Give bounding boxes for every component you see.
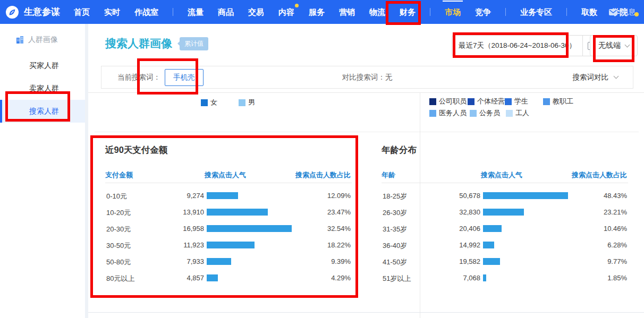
nav-item-业务专区[interactable]: 业务专区: [520, 0, 552, 24]
table-row: 10-20元13,91023.47%: [105, 204, 351, 220]
row-value: 50,678: [433, 192, 480, 200]
page-title: 搜索人群画像: [105, 36, 172, 51]
date-range-picker[interactable]: 最近7天（2018-06-24~2018-06-30） 15: [452, 35, 602, 56]
sidebar-item-买家人群[interactable]: 买家人群: [0, 54, 85, 77]
sidebar-group-crowd-portrait[interactable]: 人群画像: [0, 24, 85, 54]
row-bar: [207, 192, 238, 199]
row-value: 13,910: [156, 208, 204, 216]
row-value: 32,830: [433, 208, 480, 216]
nav-divider: [430, 8, 430, 16]
legend-item-个体经营/[interactable]: 个体经营/: [468, 97, 507, 106]
table-row: 80元以上4,8574.29%: [105, 270, 351, 286]
row-bar: [483, 209, 524, 216]
column-header[interactable]: 年龄: [382, 170, 395, 180]
section-divider: [88, 312, 644, 313]
header-underline: [105, 183, 352, 183]
column-header[interactable]: 搜索点击人气: [481, 170, 522, 180]
row-percent: 18.22%: [327, 241, 351, 249]
row-label: 26-30岁: [383, 208, 407, 218]
nav-divider: [566, 8, 567, 16]
top-nav: 生意参谋 首页实时作战室流量商品交易内容服务营销物流财务市场竞争业务专区取数学院…: [0, 0, 644, 24]
row-percent: 9.77%: [607, 257, 627, 265]
nav-item-商品[interactable]: 商品: [218, 0, 234, 24]
row-bar: [483, 274, 486, 281]
date-range-text: 最近7天（2018-06-24~2018-06-30）: [452, 41, 582, 50]
payment-table-title: 近90天支付金额: [105, 144, 167, 156]
cumulative-value-badge: 累计值: [180, 37, 208, 50]
legend-item-教职工[interactable]: 教职工: [543, 97, 573, 106]
legend-swatch: [505, 98, 512, 105]
legend-item-女[interactable]: 女: [201, 98, 217, 107]
legend-item-男[interactable]: 男: [239, 98, 255, 107]
row-value: 4,857: [156, 274, 204, 282]
row-bar: [207, 209, 268, 216]
row-label: 30-50元: [106, 241, 131, 251]
table-row: 26-30岁32,83023.21%: [382, 204, 627, 220]
column-header[interactable]: 支付金额: [105, 170, 133, 180]
sidebar: 人群画像 买家人群卖家人群搜索人群: [0, 24, 85, 318]
nav-item-作战室[interactable]: 作战室: [134, 0, 158, 24]
row-percent: 23.21%: [604, 208, 627, 216]
legend-item-公务员[interactable]: 公务员: [470, 108, 500, 118]
legend-swatch: [468, 98, 474, 105]
legend-swatch: [429, 98, 436, 105]
legend-item-公司职员[interactable]: 公司职员: [429, 97, 467, 106]
row-label: 50-80元: [106, 257, 131, 267]
brand[interactable]: 生意参谋: [5, 5, 60, 19]
nav-message-label: 消息: [621, 7, 635, 17]
legend-item-医务人员[interactable]: 医务人员: [429, 108, 467, 118]
nav-item-服务[interactable]: 服务: [309, 0, 325, 24]
legend-swatch: [506, 110, 513, 117]
section-divider: [88, 92, 644, 93]
current-keyword-button[interactable]: 手机壳: [165, 69, 204, 86]
nav-item-取数[interactable]: 取数: [581, 0, 597, 24]
message-envelope-icon: [609, 9, 617, 15]
age-table-title: 年龄分布: [382, 144, 417, 156]
terminal-select-value: 无线端: [598, 41, 621, 50]
nav-item-实时[interactable]: 实时: [104, 0, 120, 24]
nav-item-物流[interactable]: 物流: [369, 0, 385, 24]
legend-item-工人[interactable]: 工人: [506, 108, 529, 118]
nav-item-竞争[interactable]: 竞争: [475, 0, 491, 24]
row-value: 11,923: [156, 241, 204, 249]
row-label: 20-30元: [106, 225, 131, 234]
column-header[interactable]: 搜索点击人数占比: [572, 170, 627, 180]
header-underline: [382, 183, 628, 183]
table-row: 20-30元16,95832.54%: [105, 220, 351, 237]
column-header[interactable]: 搜索点击人数占比: [295, 170, 351, 180]
row-bar: [483, 225, 502, 232]
nav-item-交易[interactable]: 交易: [248, 0, 264, 24]
row-value: 20,406: [433, 225, 480, 233]
legend-swatch: [543, 98, 550, 105]
row-label: 41-50岁: [383, 257, 407, 267]
sidebar-item-搜索人群[interactable]: 搜索人群: [0, 100, 85, 123]
sidebar-item-卖家人群[interactable]: 卖家人群: [0, 77, 85, 100]
building-icon: [16, 36, 24, 44]
legend-item-学生[interactable]: 学生: [505, 97, 528, 106]
row-bar: [207, 242, 255, 248]
row-value: 9,274: [156, 192, 204, 200]
nav-items: 首页实时作战室流量商品交易内容服务营销物流财务市场竞争业务专区取数学院: [74, 0, 635, 24]
nav-message[interactable]: 消息: [609, 0, 635, 24]
legend-swatch: [201, 99, 208, 106]
table-row: 41-50岁19,5829.77%: [382, 253, 627, 270]
table-row: 0-10元9,27412.09%: [105, 187, 351, 204]
row-label: 51岁以上: [383, 274, 411, 283]
keyword-compare-toggle[interactable]: 搜索词对比: [573, 73, 618, 82]
nav-item-流量[interactable]: 流量: [188, 0, 204, 24]
nav-item-首页[interactable]: 首页: [74, 0, 90, 24]
nav-item-市场[interactable]: 市场: [445, 0, 461, 24]
terminal-select[interactable]: 无线端: [590, 35, 638, 56]
row-percent: 1.85%: [607, 274, 627, 282]
row-bar: [207, 258, 231, 265]
column-header[interactable]: 搜索点击人气: [205, 170, 246, 180]
row-value: 14,992: [433, 241, 480, 249]
legend-swatch: [429, 110, 436, 117]
nav-item-营销[interactable]: 营销: [339, 0, 355, 24]
nav-divider: [173, 8, 173, 16]
nav-item-内容[interactable]: 内容: [278, 0, 294, 24]
gender-legend: 女男: [201, 98, 255, 107]
nav-item-财务[interactable]: 财务: [400, 0, 416, 24]
chevron-down-icon: [614, 74, 619, 79]
row-percent: 10.46%: [604, 225, 627, 233]
